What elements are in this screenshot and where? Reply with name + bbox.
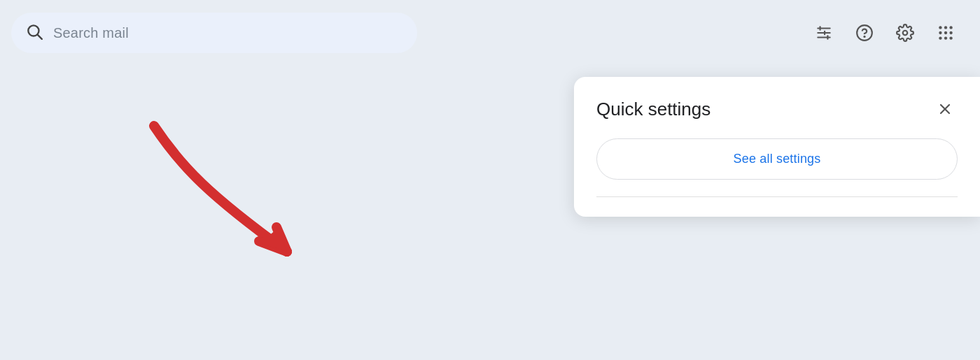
svg-marker-20 (260, 229, 287, 252)
search-icon (25, 22, 43, 43)
header: Search mail (0, 0, 980, 66)
apps-button[interactable] (928, 15, 963, 50)
svg-point-12 (944, 26, 947, 29)
settings-button[interactable] (888, 15, 923, 50)
search-bar[interactable]: Search mail (11, 13, 417, 53)
svg-point-18 (944, 36, 947, 39)
search-placeholder: Search mail (53, 25, 129, 41)
close-button[interactable] (932, 96, 958, 122)
svg-point-11 (939, 26, 941, 29)
svg-point-13 (949, 26, 952, 29)
header-icons (806, 15, 963, 50)
svg-point-14 (939, 31, 941, 34)
svg-line-1 (38, 35, 42, 39)
svg-point-16 (949, 31, 952, 34)
settings-divider (596, 196, 958, 197)
filter-button[interactable] (806, 15, 841, 50)
svg-point-17 (939, 36, 941, 39)
svg-point-15 (944, 31, 947, 34)
svg-point-19 (949, 36, 952, 39)
see-all-settings-button[interactable]: See all settings (596, 138, 958, 180)
red-arrow-annotation (70, 112, 378, 294)
help-button[interactable] (847, 15, 882, 50)
quick-settings-panel: Quick settings See all settings (574, 77, 980, 217)
quick-settings-header: Quick settings (596, 96, 958, 122)
svg-point-10 (903, 31, 908, 36)
quick-settings-title: Quick settings (596, 99, 710, 120)
